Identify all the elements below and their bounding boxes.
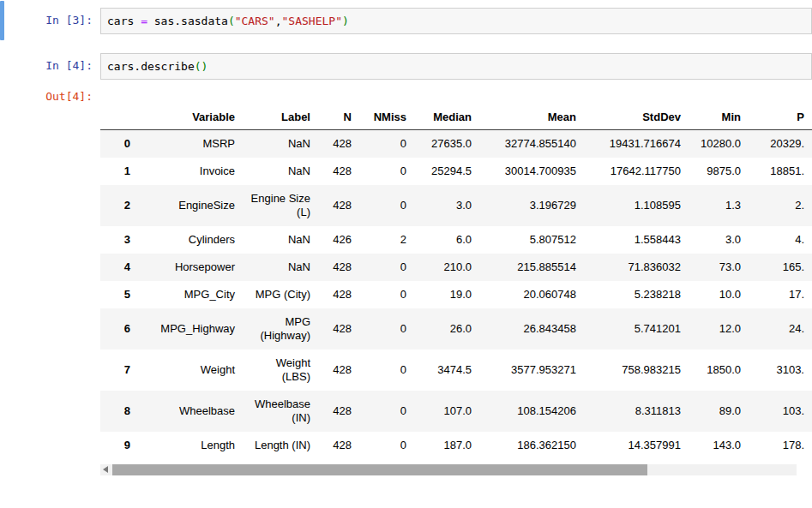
table-cell: 1.3 — [689, 185, 749, 226]
table-cell: 12.0 — [689, 308, 749, 350]
scrollbar-thumb[interactable] — [112, 464, 647, 475]
table-cell: NaN — [243, 254, 318, 281]
row-index: 6 — [100, 308, 138, 350]
table-cell: 0 — [359, 185, 414, 226]
table-cell: 758.983215 — [584, 350, 689, 391]
table-cell: 71.836032 — [584, 254, 689, 281]
code-token: ) — [342, 15, 349, 27]
code-token: ( — [195, 60, 201, 73]
table-cell: 18851. — [749, 158, 812, 185]
table-cell: 10.0 — [689, 281, 749, 308]
table-row: 9LengthLength (IN)4280187.0186.36215014.… — [100, 432, 812, 459]
row-index: 3 — [100, 226, 138, 254]
table-cell: MPG (Highway) — [243, 308, 318, 350]
table-cell: 0 — [359, 254, 414, 281]
table-cell: 26.843458 — [479, 308, 584, 350]
table-cell: 89.0 — [689, 391, 749, 432]
row-index: 5 — [100, 281, 138, 308]
table-cell: 8.311813 — [584, 391, 689, 432]
table-cell: 6.0 — [414, 226, 479, 254]
table-cell: Invoice — [138, 158, 243, 185]
row-index: 0 — [100, 130, 138, 158]
table-cell: 210.0 — [414, 254, 479, 281]
table-cell: 0 — [359, 350, 414, 391]
table-cell: Horsepower — [138, 254, 243, 281]
table-cell: 107.0 — [414, 391, 479, 432]
table-cell: 428 — [318, 254, 359, 281]
table-cell: 428 — [318, 350, 359, 391]
table-cell: Length (IN) — [243, 432, 318, 459]
code-token: , — [275, 15, 282, 27]
output-area: VariableLabelNNMissMedianMeanStdDevMinP0… — [100, 88, 812, 475]
table-row: 1InvoiceNaN428025294.530014.70093517642.… — [100, 158, 812, 185]
table-row: 4HorsepowerNaN4280210.0215.88551471.8360… — [100, 254, 812, 281]
code-token: ) — [201, 60, 208, 73]
column-header: P — [749, 105, 812, 130]
table-cell: 0 — [359, 281, 414, 308]
horizontal-scrollbar[interactable] — [100, 464, 797, 475]
table-cell: Wheelbase (IN) — [243, 391, 318, 432]
table-cell: Engine Size (L) — [243, 185, 318, 226]
table-cell: EngineSize — [138, 185, 243, 226]
table-row: 8WheelbaseWheelbase (IN)4280107.0108.154… — [100, 391, 812, 432]
input-prompt-3: In [3]: — [0, 8, 100, 27]
table-row: 2EngineSizeEngine Size (L)42803.03.19672… — [100, 185, 812, 226]
code-token: sas.sasdata — [147, 15, 228, 27]
code-token: cars.describe — [107, 60, 195, 73]
table-row: 3CylindersNaN42626.05.8075121.5584433.04… — [100, 226, 812, 254]
table-cell: Weight — [138, 350, 243, 391]
table-cell: 2 — [359, 226, 414, 254]
scroll-left-arrow-icon[interactable] — [103, 466, 108, 473]
table-cell: 187.0 — [414, 432, 479, 459]
table-cell: 428 — [318, 130, 359, 158]
table-cell: 0 — [359, 308, 414, 350]
table-row: 7WeightWeight (LBS)42803474.53577.953271… — [100, 350, 812, 391]
table-cell: 3577.953271 — [479, 350, 584, 391]
table-cell: 428 — [318, 158, 359, 185]
table-cell: 25294.5 — [414, 158, 479, 185]
code-token: "CARS" — [235, 15, 275, 27]
table-cell: 1.108595 — [584, 185, 689, 226]
table-cell: 26.0 — [414, 308, 479, 350]
table-cell: Weight (LBS) — [243, 350, 318, 391]
code-token: ( — [228, 15, 235, 27]
dataframe-table: VariableLabelNNMissMedianMeanStdDevMinP0… — [100, 105, 812, 459]
column-header: Median — [414, 105, 479, 130]
header-row: VariableLabelNNMissMedianMeanStdDevMinP — [100, 105, 812, 130]
selected-cell-indicator — [0, 1, 4, 40]
table-cell: 2. — [749, 185, 812, 226]
table-cell: 30014.700935 — [479, 158, 584, 185]
table-cell: 19.0 — [414, 281, 479, 308]
table-cell: 9875.0 — [689, 158, 749, 185]
code-token: cars — [107, 15, 141, 27]
table-cell: MPG_Highway — [138, 308, 243, 350]
table-cell: MSRP — [138, 130, 243, 158]
table-cell: 215.885514 — [479, 254, 584, 281]
column-header: Min — [689, 105, 749, 130]
column-header: Mean — [479, 105, 584, 130]
table-cell: 0 — [359, 391, 414, 432]
row-index: 7 — [100, 350, 138, 391]
table-cell: NaN — [243, 226, 318, 254]
dataframe-container: VariableLabelNNMissMedianMeanStdDevMinP0… — [100, 105, 812, 459]
code-input-4[interactable]: cars.describe() — [100, 53, 812, 80]
table-cell: 0 — [359, 130, 414, 158]
table-cell: NaN — [243, 158, 318, 185]
table-cell: 3.196729 — [479, 185, 584, 226]
table-cell: 17642.117750 — [584, 158, 689, 185]
table-cell: 186.362150 — [479, 432, 584, 459]
table-cell: 1850.0 — [689, 350, 749, 391]
table-cell: 5.807512 — [479, 226, 584, 254]
table-cell: MPG (City) — [243, 281, 318, 308]
table-cell: 428 — [318, 391, 359, 432]
table-cell: 3.0 — [414, 185, 479, 226]
table-cell: 428 — [318, 308, 359, 350]
code-line-3: cars = sas.sasdata("CARS","SASHELP") — [107, 14, 805, 28]
table-row: 5MPG_CityMPG (City)428019.020.0607485.23… — [100, 281, 812, 308]
table-cell: MPG_City — [138, 281, 243, 308]
table-cell: 24. — [749, 308, 812, 350]
code-input-3[interactable]: cars = sas.sasdata("CARS","SASHELP") — [100, 8, 812, 34]
table-cell: 20.060748 — [479, 281, 584, 308]
table-cell: 103. — [749, 391, 812, 432]
code-line-4: cars.describe() — [107, 59, 805, 74]
